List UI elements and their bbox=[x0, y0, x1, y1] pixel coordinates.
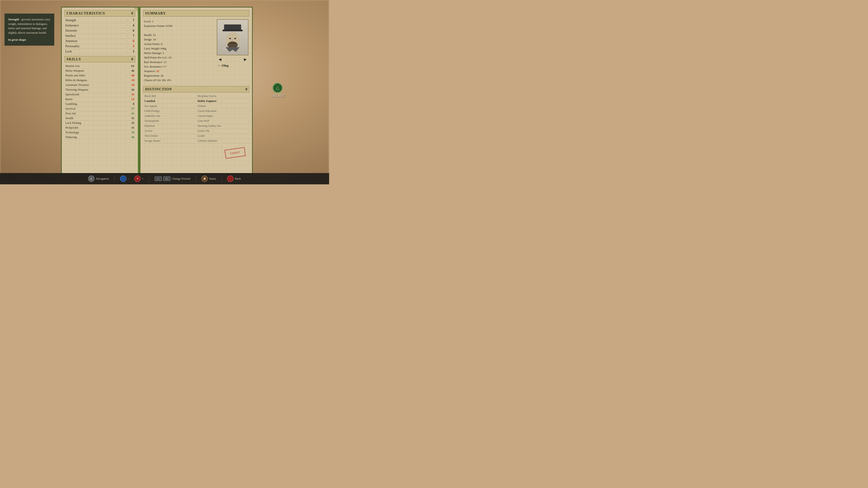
skill-name: Martial Arts bbox=[65, 64, 127, 68]
characteristic-row[interactable]: Dexterity - 6 bbox=[64, 28, 135, 33]
skill-row[interactable]: Barter 28 bbox=[64, 97, 135, 102]
skill-value: 33 bbox=[129, 93, 134, 96]
back-control[interactable]: ○ Back bbox=[227, 175, 241, 182]
skills-list: Martial Arts 61 Melee Weapons 46 Pistols… bbox=[64, 64, 135, 140]
char-value: 4 bbox=[130, 24, 134, 27]
distinction-item-left[interactable]: Diplomat bbox=[143, 124, 196, 129]
skill-value: 37 bbox=[129, 107, 134, 110]
navigation-control: L Navigation bbox=[88, 175, 109, 182]
distinction-title: DISTINCTION bbox=[145, 87, 172, 91]
characteristic-row[interactable]: Luck - 3 bbox=[64, 49, 135, 54]
plus-control[interactable]: ✕ + bbox=[134, 175, 144, 182]
distinction-item-left[interactable]: Black Belt bbox=[143, 94, 196, 99]
minus-control[interactable]: □ - bbox=[120, 175, 129, 182]
stat-line: Sequence: 12 bbox=[144, 69, 215, 73]
create-button-area[interactable]: △ CREATE bbox=[271, 83, 285, 98]
distinction-item-left[interactable]: Ascetic bbox=[143, 129, 196, 133]
divider-3 bbox=[196, 175, 196, 182]
distinction-item-right[interactable]: Leader bbox=[196, 133, 249, 138]
char-name: Personality bbox=[65, 44, 127, 48]
skill-name: Gambling bbox=[65, 102, 127, 106]
characteristic-row[interactable]: Strength - 7 bbox=[64, 18, 135, 23]
skill-row[interactable]: Throwing Weapons 26 bbox=[64, 88, 135, 92]
distinction-item-right[interactable]: Lucky One bbox=[196, 129, 249, 133]
l-button: L bbox=[88, 175, 94, 182]
skill-value: 26 bbox=[129, 88, 134, 92]
distinction-item-right[interactable]: Lone Wolf bbox=[196, 119, 249, 124]
skill-name: Stealth bbox=[65, 116, 127, 120]
characteristics-count: 0 bbox=[131, 11, 133, 15]
skill-value: 31 bbox=[129, 116, 134, 120]
skill-name: Survival bbox=[65, 107, 127, 110]
distinction-item-left[interactable]: Anabolics Fan bbox=[143, 113, 196, 119]
distinction-item-left[interactable]: Technophobe bbox=[143, 119, 196, 124]
circle-button: ○ bbox=[227, 175, 234, 182]
skill-row[interactable]: Pickpocket 31 bbox=[64, 125, 135, 130]
portrait-prev-button[interactable]: ◀ bbox=[219, 57, 221, 61]
char-minus: - bbox=[127, 29, 128, 33]
distinction-item-right[interactable]: Hobby Engineer bbox=[196, 99, 249, 104]
skills-count: 0 bbox=[131, 57, 133, 61]
distinction-item-left[interactable]: Sex Appeal bbox=[143, 104, 196, 109]
distinction-item-right[interactable]: Morphine Doctor bbox=[196, 94, 249, 99]
skill-row[interactable]: Stealth 31 bbox=[64, 116, 135, 121]
skill-name: Pickpocket bbox=[65, 126, 127, 129]
character-name: Oleg bbox=[222, 64, 228, 68]
skill-row[interactable]: Automatic Firearms 18 bbox=[64, 83, 135, 88]
characteristics-header: CHARACTERISTICS 0 bbox=[64, 10, 135, 17]
skill-row[interactable]: Melee Weapons 46 bbox=[64, 68, 135, 73]
distinction-item-right[interactable]: Glutton bbox=[196, 104, 249, 109]
portrait-control[interactable]: L1 R1 Change Portrait bbox=[155, 176, 190, 181]
skill-row[interactable]: Rifles & Shotguns 19 bbox=[64, 78, 135, 83]
distinction-item-right[interactable]: Shooting Gallery Fan bbox=[196, 124, 249, 129]
portrait-next-button[interactable]: ▶ bbox=[244, 57, 247, 61]
skill-row[interactable]: Tinkering 46 bbox=[64, 135, 135, 140]
skill-row[interactable]: Pistols and SMG - 48 bbox=[64, 73, 135, 78]
skill-row[interactable]: Survival 37 bbox=[64, 106, 135, 111]
char-name: Dexterity bbox=[65, 29, 127, 33]
distinction-item-left[interactable]: Child Prodigy bbox=[143, 109, 196, 113]
distinction-item-left[interactable]: Slick Dealer bbox=[143, 133, 196, 138]
distinction-item-left[interactable]: Cannibal bbox=[143, 99, 196, 104]
edit-icon: ✏ bbox=[218, 64, 220, 68]
portrait-nav: ◀ ▶ bbox=[217, 56, 248, 62]
l1-button: L1 bbox=[155, 176, 162, 181]
skill-row[interactable]: Speechcraft 33 bbox=[64, 92, 135, 97]
skill-row[interactable]: Gambling 8 bbox=[64, 102, 135, 106]
skill-row[interactable]: Technology 59 bbox=[64, 130, 135, 135]
characteristic-row[interactable]: Attention - 6 bbox=[64, 39, 135, 44]
distinction-item-right[interactable]: Cursed Sniper bbox=[196, 113, 249, 119]
skill-value: 46 bbox=[129, 69, 134, 72]
char-minus: - bbox=[127, 44, 128, 48]
char-value: 3 bbox=[130, 44, 134, 48]
skill-value: 18 bbox=[129, 83, 134, 87]
name-label: Name bbox=[209, 177, 216, 181]
characteristic-row[interactable]: Endurance - 4 bbox=[64, 23, 135, 28]
distinction-item-right[interactable]: Unlucky Optimist bbox=[196, 138, 249, 143]
skill-name: Rifles & Shotguns bbox=[65, 78, 127, 82]
char-minus: - bbox=[127, 50, 128, 53]
plus-label: + bbox=[142, 177, 144, 181]
char-value: 6 bbox=[130, 39, 134, 43]
summary-stats: Level: 1Experience Points: 0/500Health: … bbox=[144, 19, 215, 83]
skill-value: 28 bbox=[129, 97, 134, 101]
distinction-item-left[interactable]: Savage Hunter bbox=[143, 138, 196, 143]
characteristic-row[interactable]: Personality - 3 bbox=[64, 44, 135, 49]
char-name: Attention bbox=[65, 39, 127, 43]
skill-minus: - bbox=[127, 121, 127, 125]
name-control[interactable]: ⊞ Name bbox=[202, 175, 216, 182]
skill-name: Lock Picking bbox=[65, 121, 127, 125]
skill-row[interactable]: Martial Arts 61 bbox=[64, 64, 135, 68]
char-value: 7 bbox=[130, 19, 134, 22]
char-minus: - bbox=[127, 19, 128, 22]
stat-line: Regeneration: 20 bbox=[144, 73, 215, 78]
characteristic-row[interactable]: Intellect - 7 bbox=[64, 33, 135, 39]
stat-line: Action Points: 8 bbox=[144, 42, 215, 46]
stat-line: Carry Weight: 64kg bbox=[144, 46, 215, 51]
tooltip-title: Strength bbox=[8, 18, 19, 21]
skill-row[interactable]: Lock Picking - 33 bbox=[64, 121, 135, 125]
stat-line: Melee Damage: 2 bbox=[144, 51, 215, 55]
skill-row[interactable]: First Aid 41 bbox=[64, 111, 135, 116]
distinction-item-right[interactable]: Circus Education bbox=[196, 109, 249, 113]
skill-name: Barter bbox=[65, 97, 127, 101]
